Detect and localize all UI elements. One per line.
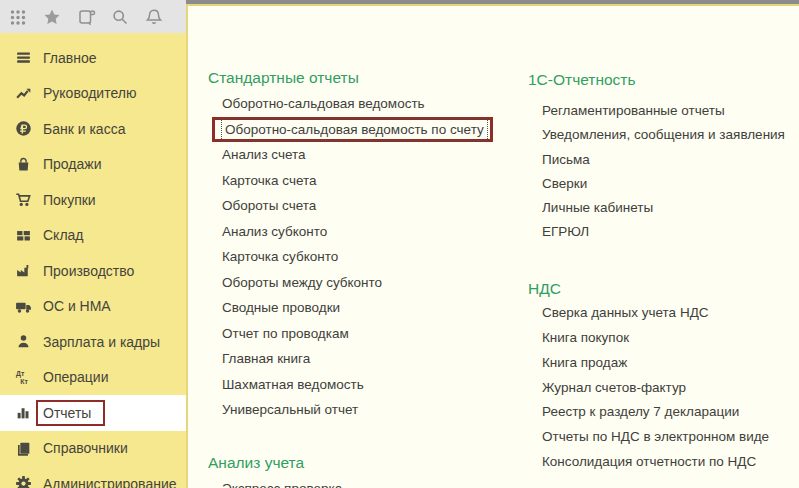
sidebar-item-label: Производство xyxy=(43,263,134,279)
person-icon xyxy=(14,333,32,351)
report-link[interactable]: Обороты счета xyxy=(208,193,513,219)
sidebar-item-label: Продажи xyxy=(43,156,101,172)
section-title-analiz-ucheta: Анализ учета xyxy=(208,453,513,473)
sidebar-item-zarplata-i-kadry[interactable]: Зарплата и кадры xyxy=(0,324,186,360)
report-link[interactable]: Регламентированные отчеты xyxy=(528,99,798,123)
bar-chart-icon xyxy=(14,404,32,422)
report-link[interactable]: Анализ субконто xyxy=(208,219,513,245)
report-link[interactable]: Уведомления, сообщения и заявления xyxy=(528,123,798,147)
reports-content: Стандартные отчеты Оборотно-сальдовая ве… xyxy=(186,4,799,488)
bag-icon xyxy=(14,155,32,173)
report-link[interactable]: Оборотно-сальдовая ведомость xyxy=(208,91,513,117)
report-link[interactable]: Сводные проводки xyxy=(208,295,513,321)
sidebar-item-otchety[interactable]: Отчеты xyxy=(0,395,186,431)
sidebar-item-os-i-nma[interactable]: ОС и НМА xyxy=(0,289,186,325)
sidebar-item-proizvodstvo[interactable]: Производство xyxy=(0,253,186,289)
sidebar-item-label: Склад xyxy=(43,227,84,243)
left-column: Стандартные отчеты Оборотно-сальдовая ве… xyxy=(208,6,513,488)
sidebar-item-administrirovanie[interactable]: Администрирование xyxy=(0,466,186,488)
top-toolbar xyxy=(0,0,186,33)
report-link[interactable]: Карточка субконто xyxy=(208,244,513,270)
sidebar-item-label-highlighted: Отчеты xyxy=(36,400,105,426)
standard-reports-list: Оборотно-сальдовая ведомость Оборотно-са… xyxy=(208,91,513,423)
sidebar-item-glavnoe[interactable]: Главное xyxy=(0,40,186,76)
report-link[interactable]: Главная книга xyxy=(208,346,513,372)
sidebar-item-bank-i-kassa[interactable]: Банк и касса xyxy=(0,111,186,147)
report-link[interactable]: Карточка счета xyxy=(208,168,513,194)
cart-icon xyxy=(14,191,32,209)
sidebar-item-prodazhi[interactable]: Продажи xyxy=(0,147,186,183)
books-icon xyxy=(14,439,32,457)
report-link-highlighted[interactable]: Оборотно-сальдовая ведомость по счету xyxy=(212,117,493,143)
report-link[interactable]: Реестр к разделу 7 декларации xyxy=(528,400,798,425)
report-link[interactable]: Универсальный отчет xyxy=(208,397,513,423)
sidebar-item-label: Руководителю xyxy=(43,85,136,101)
sidebar-item-spravochniki[interactable]: Справочники xyxy=(0,431,186,467)
sidebar-item-label: Операции xyxy=(43,369,109,385)
report-link[interactable]: Отчет по проводкам xyxy=(208,321,513,347)
sidebar-item-rukovoditelyu[interactable]: Руководителю xyxy=(0,76,186,112)
sidebar-item-label: Справочники xyxy=(43,440,128,456)
report-link[interactable]: Экспресс проверка xyxy=(208,476,513,488)
gear-icon xyxy=(14,475,32,488)
report-link[interactable]: Сверка данных учета НДС xyxy=(528,301,798,326)
sidebar-item-pokupki[interactable]: Покупки xyxy=(0,182,186,218)
nds-list: Сверка данных учета НДС Книга покупок Кн… xyxy=(528,301,798,475)
sidebar-item-label: Зарплата и кадры xyxy=(43,334,160,350)
section-title-1c-otchetnost: 1С-Отчетность xyxy=(528,70,798,90)
factory-icon xyxy=(14,262,32,280)
report-link[interactable]: Личные кабинеты xyxy=(528,196,798,220)
report-link[interactable]: Обороты между субконто xyxy=(208,270,513,296)
sidebar-item-label: Главное xyxy=(43,50,97,66)
svg-text:Кт: Кт xyxy=(20,378,28,385)
report-link[interactable]: Книга продаж xyxy=(528,351,798,376)
section-sidebar: Главное Руководителю Банк и касса Продаж… xyxy=(0,33,186,488)
1c-otchetnost-list: Регламентированные отчеты Уведомления, с… xyxy=(528,99,798,245)
report-link[interactable]: Сверки xyxy=(528,172,798,196)
notifications-bell-icon[interactable] xyxy=(143,6,165,28)
analiz-ucheta-list: Экспресс проверка xyxy=(208,476,513,488)
reports-section-panel: Стандартные отчеты Оборотно-сальдовая ве… xyxy=(186,0,799,488)
menu-icon xyxy=(14,49,32,67)
truck-icon xyxy=(14,297,32,315)
report-link[interactable]: Журнал счетов-фактур xyxy=(528,376,798,401)
sidebar-item-label: Администрирование xyxy=(43,476,177,488)
report-link[interactable]: Отчеты по НДС в электронном виде xyxy=(528,425,798,450)
trend-icon xyxy=(14,84,32,102)
warehouse-icon xyxy=(14,226,32,244)
ruble-icon xyxy=(14,120,32,138)
report-link[interactable]: Шахматная ведомость xyxy=(208,372,513,398)
report-link[interactable]: Анализ счета xyxy=(208,142,513,168)
report-link[interactable]: Книга покупок xyxy=(528,326,798,351)
section-title-standard-reports: Стандартные отчеты xyxy=(208,68,513,88)
report-link[interactable]: Письма xyxy=(528,148,798,172)
sidebar-item-label: Банк и касса xyxy=(43,121,125,137)
report-link[interactable]: Консолидация отчетности по НДС xyxy=(528,450,798,475)
report-link[interactable]: ЕГРЮЛ xyxy=(528,220,798,244)
history-icon[interactable] xyxy=(75,6,97,28)
sidebar-item-label: Покупки xyxy=(43,192,96,208)
svg-text:Дт: Дт xyxy=(16,370,25,378)
dt-kt-icon: ДтКт xyxy=(14,368,32,386)
favorites-star-icon[interactable] xyxy=(41,6,63,28)
section-title-nds: НДС xyxy=(528,279,798,299)
sidebar-item-operacii[interactable]: ДтКт Операции xyxy=(0,360,186,396)
right-column: 1С-Отчетность Регламентированные отчеты … xyxy=(528,6,798,475)
search-icon[interactable] xyxy=(109,6,131,28)
apps-grid-icon[interactable] xyxy=(7,6,29,28)
sidebar-item-label: ОС и НМА xyxy=(43,298,111,314)
sidebar-item-sklad[interactable]: Склад xyxy=(0,218,186,254)
